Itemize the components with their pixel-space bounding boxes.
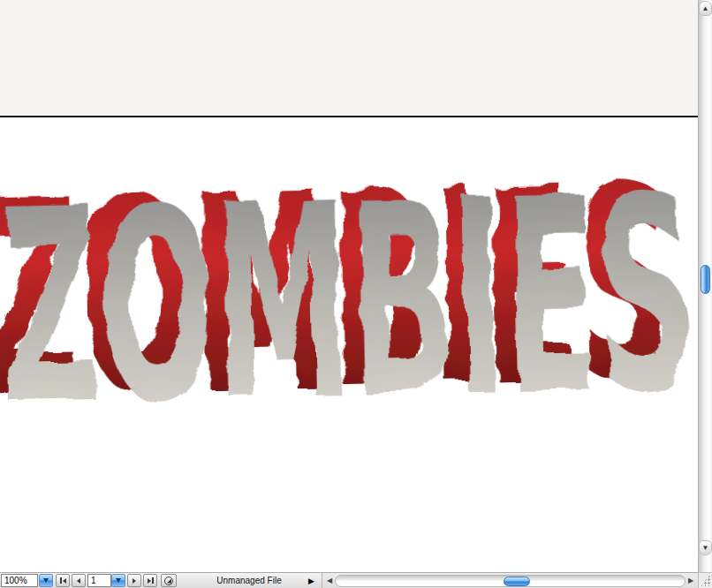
last-page-button[interactable] xyxy=(143,574,157,587)
resize-grip-icon xyxy=(701,575,710,586)
zoom-level-field[interactable]: 100% xyxy=(1,574,38,587)
pasteboard-area xyxy=(0,0,698,117)
zombies-artwork[interactable]: ZOMBIES ZOMBIES xyxy=(0,196,698,434)
file-status-area[interactable]: Unmanaged File ▶ xyxy=(178,573,320,588)
first-page-icon xyxy=(63,578,66,584)
document-canvas[interactable]: ZOMBIES ZOMBIES xyxy=(0,0,698,572)
zoom-level-value: 100% xyxy=(4,576,27,585)
version-cue-button[interactable] xyxy=(161,574,177,587)
down-arrow-icon: ▼ xyxy=(702,544,709,552)
scroll-right-button[interactable]: ▶ xyxy=(685,577,696,584)
horizontal-scroll-thumb[interactable] xyxy=(504,577,530,586)
version-cue-icon xyxy=(164,577,173,585)
up-arrow-icon: ▲ xyxy=(702,4,709,12)
horizontal-scrollbar[interactable]: ◀ ▶ xyxy=(322,573,698,588)
previous-page-button[interactable] xyxy=(72,574,86,587)
scroll-left-button[interactable]: ◀ xyxy=(324,577,335,584)
artwork-face-text: ZOMBIES xyxy=(0,139,698,464)
status-bar: 100% 1 Unmanaged File ▶ xyxy=(0,572,698,588)
dropdown-arrow-icon xyxy=(116,578,121,583)
next-page-icon xyxy=(133,578,136,584)
vertical-scrollbar[interactable]: ▲ ▼ xyxy=(698,0,712,572)
first-page-button[interactable] xyxy=(56,574,70,587)
page-number-field[interactable]: 1 xyxy=(87,574,111,587)
scroll-up-button[interactable]: ▲ xyxy=(699,1,712,16)
page-dropdown-button[interactable] xyxy=(111,574,125,587)
document-window: ZOMBIES ZOMBIES ▲ ▼ 100% xyxy=(0,0,712,588)
dropdown-arrow-icon xyxy=(43,578,49,583)
file-status-label: Unmanaged File xyxy=(216,576,281,585)
previous-page-icon xyxy=(77,578,80,584)
horizontal-scroll-track[interactable] xyxy=(335,575,685,587)
scroll-down-button[interactable]: ▼ xyxy=(699,540,712,555)
next-page-button[interactable] xyxy=(127,574,141,587)
page-number-value: 1 xyxy=(91,576,96,585)
vertical-scroll-thumb[interactable] xyxy=(701,265,710,294)
zoom-dropdown-button[interactable] xyxy=(39,574,53,587)
window-resize-grip[interactable] xyxy=(698,572,712,588)
last-page-icon xyxy=(148,578,151,584)
status-flyout-arrow-icon[interactable]: ▶ xyxy=(308,577,314,585)
